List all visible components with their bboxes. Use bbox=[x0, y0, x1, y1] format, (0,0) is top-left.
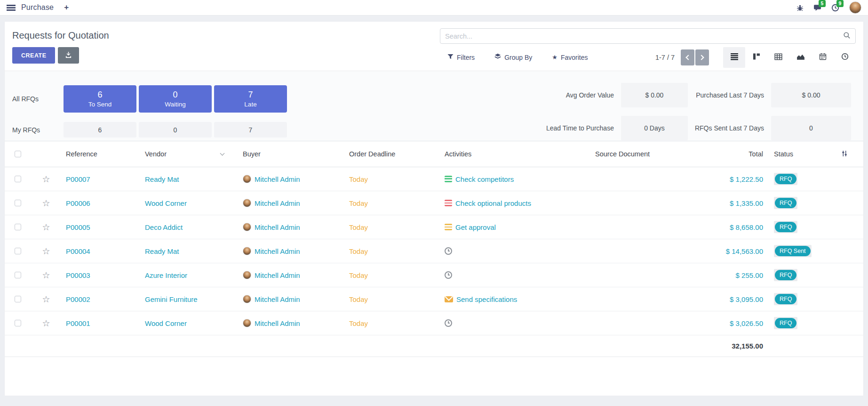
column-header-total[interactable]: Total bbox=[706, 150, 769, 158]
vendor-link[interactable]: Deco Addict bbox=[140, 223, 238, 231]
column-header-buyer[interactable]: Buyer bbox=[238, 150, 344, 158]
column-header-vendor[interactable]: Vendor bbox=[140, 150, 238, 158]
reference-link[interactable]: P00002 bbox=[61, 295, 140, 303]
buyer-name[interactable]: Mitchell Admin bbox=[255, 199, 300, 207]
tile-to-send[interactable]: 6 To Send bbox=[64, 85, 136, 113]
activity-icon[interactable] bbox=[445, 296, 453, 302]
reference-link[interactable]: P00006 bbox=[61, 199, 140, 207]
column-header-source[interactable]: Source Document bbox=[590, 150, 706, 158]
my-waiting[interactable]: 0 bbox=[139, 122, 212, 138]
vendor-link[interactable]: Wood Corner bbox=[140, 319, 238, 327]
debug-bug-icon[interactable] bbox=[796, 4, 804, 11]
buyer-name[interactable]: Mitchell Admin bbox=[255, 319, 300, 327]
pivot-view-button[interactable] bbox=[767, 47, 789, 68]
row-checkbox[interactable] bbox=[15, 320, 21, 326]
graph-view-button[interactable] bbox=[789, 47, 812, 68]
column-header-activities[interactable]: Activities bbox=[440, 150, 590, 158]
vendor-link[interactable]: Gemini Furniture bbox=[140, 295, 238, 303]
table-row[interactable]: ☆ P00002 Gemini Furniture Mitchell Admin… bbox=[5, 287, 863, 311]
activity-cell[interactable]: Check competitors bbox=[440, 175, 590, 183]
row-checkbox[interactable] bbox=[15, 272, 21, 278]
favorite-star-icon[interactable]: ☆ bbox=[42, 271, 50, 280]
activity-cell[interactable]: Send specifications bbox=[440, 295, 590, 303]
row-checkbox[interactable] bbox=[15, 176, 21, 182]
favorite-star-icon[interactable]: ☆ bbox=[42, 175, 50, 184]
activity-cell[interactable]: Check optional products bbox=[440, 199, 590, 207]
vendor-link[interactable]: Wood Corner bbox=[140, 199, 238, 207]
lead-time[interactable]: 0 Days bbox=[621, 116, 688, 140]
search-input[interactable] bbox=[445, 32, 843, 40]
search-bar[interactable] bbox=[440, 28, 856, 44]
activities-clock-icon[interactable]: 9 bbox=[831, 4, 839, 12]
select-all-checkbox[interactable] bbox=[15, 151, 21, 157]
table-row[interactable]: ☆ P00004 Ready Mat Mitchell Admin Today … bbox=[5, 239, 863, 263]
activity-cell[interactable] bbox=[440, 271, 590, 279]
reference-link[interactable]: P00001 bbox=[61, 319, 140, 327]
favorite-star-icon[interactable]: ☆ bbox=[42, 319, 50, 328]
table-row[interactable]: ☆ P00005 Deco Addict Mitchell Admin Toda… bbox=[5, 215, 863, 239]
vendor-link[interactable]: Ready Mat bbox=[140, 175, 238, 183]
tile-late[interactable]: 7 Late bbox=[214, 85, 287, 113]
activity-cell[interactable]: Get approval bbox=[440, 223, 590, 231]
reference-link[interactable]: P00007 bbox=[61, 175, 140, 183]
favorites-button[interactable]: ★ Favorites bbox=[552, 54, 588, 61]
activity-view-button[interactable] bbox=[834, 47, 856, 68]
all-rfqs-label[interactable]: All RFQs bbox=[12, 95, 61, 103]
activity-icon[interactable] bbox=[445, 247, 452, 255]
pager-previous-button[interactable] bbox=[681, 49, 694, 65]
buyer-name[interactable]: Mitchell Admin bbox=[255, 223, 300, 231]
row-checkbox[interactable] bbox=[15, 296, 21, 302]
optional-columns-icon[interactable] bbox=[841, 150, 848, 158]
search-icon[interactable] bbox=[843, 32, 851, 41]
my-to-send[interactable]: 6 bbox=[64, 122, 136, 138]
column-header-status[interactable]: Status bbox=[769, 150, 826, 158]
my-late[interactable]: 7 bbox=[214, 122, 287, 138]
activity-icon[interactable] bbox=[445, 319, 452, 327]
activity-icon[interactable] bbox=[445, 271, 452, 279]
buyer-name[interactable]: Mitchell Admin bbox=[255, 271, 300, 279]
activity-cell[interactable] bbox=[440, 319, 590, 327]
table-row[interactable]: ☆ P00001 Wood Corner Mitchell Admin Toda… bbox=[5, 311, 863, 335]
kanban-view-button[interactable] bbox=[745, 47, 767, 68]
tile-waiting[interactable]: 0 Waiting bbox=[139, 85, 212, 113]
vendor-link[interactable]: Ready Mat bbox=[140, 247, 238, 255]
buyer-name[interactable]: Mitchell Admin bbox=[255, 175, 300, 183]
column-header-deadline[interactable]: Order Deadline bbox=[344, 150, 440, 158]
favorite-star-icon[interactable]: ☆ bbox=[42, 223, 50, 232]
vendor-link[interactable]: Azure Interior bbox=[140, 271, 238, 279]
rfqs-sent-last-7-days[interactable]: 0 bbox=[771, 116, 851, 140]
avg-order-value[interactable]: $ 0.00 bbox=[621, 83, 688, 107]
user-avatar[interactable] bbox=[849, 1, 861, 14]
favorite-star-icon[interactable]: ☆ bbox=[42, 199, 50, 208]
apps-menu-icon[interactable] bbox=[7, 5, 16, 11]
row-checkbox[interactable] bbox=[15, 248, 21, 254]
activity-icon[interactable] bbox=[445, 200, 452, 206]
list-view-button[interactable] bbox=[723, 47, 745, 68]
table-row[interactable]: ☆ P00003 Azure Interior Mitchell Admin T… bbox=[5, 263, 863, 287]
export-button[interactable] bbox=[58, 47, 79, 64]
table-row[interactable]: ☆ P00006 Wood Corner Mitchell Admin Toda… bbox=[5, 191, 863, 215]
buyer-name[interactable]: Mitchell Admin bbox=[255, 247, 300, 255]
column-header-reference[interactable]: Reference bbox=[61, 150, 140, 158]
reference-link[interactable]: P00005 bbox=[61, 223, 140, 231]
row-checkbox[interactable] bbox=[15, 200, 21, 206]
reference-link[interactable]: P00003 bbox=[61, 271, 140, 279]
pager-next-button[interactable] bbox=[695, 49, 709, 65]
favorite-star-icon[interactable]: ☆ bbox=[42, 295, 50, 304]
buyer-name[interactable]: Mitchell Admin bbox=[255, 295, 300, 303]
reference-link[interactable]: P00004 bbox=[61, 247, 140, 255]
purchased-last-7-days[interactable]: $ 0.00 bbox=[771, 83, 851, 107]
favorite-star-icon[interactable]: ☆ bbox=[42, 247, 50, 256]
row-checkbox[interactable] bbox=[15, 224, 21, 230]
my-rfqs-label[interactable]: My RFQs bbox=[12, 126, 61, 134]
table-row[interactable]: ☆ P00007 Ready Mat Mitchell Admin Today … bbox=[5, 167, 863, 191]
activity-cell[interactable] bbox=[440, 247, 590, 255]
activity-icon[interactable] bbox=[445, 224, 452, 230]
filters-button[interactable]: Filters bbox=[447, 54, 475, 61]
app-name[interactable]: Purchase bbox=[21, 3, 54, 12]
create-button[interactable]: CREATE bbox=[12, 47, 55, 64]
calendar-view-button[interactable] bbox=[812, 47, 834, 68]
group-by-button[interactable]: Group By bbox=[494, 53, 532, 61]
add-tab-button[interactable]: + bbox=[64, 3, 69, 12]
messages-icon[interactable]: 5 bbox=[813, 4, 821, 12]
